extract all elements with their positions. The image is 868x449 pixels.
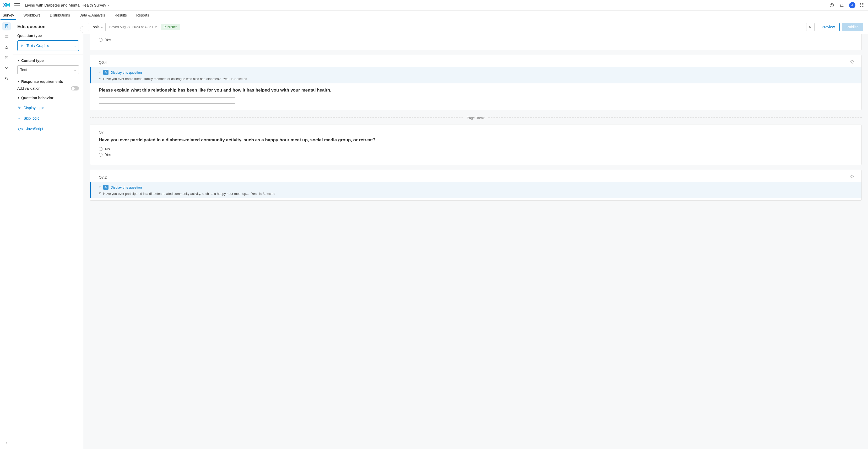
text-input-preview[interactable] xyxy=(99,97,235,103)
tab-label: Workflows xyxy=(24,13,40,17)
tab-data-analysis[interactable]: Data & Analysis xyxy=(80,10,105,20)
svg-rect-3 xyxy=(5,35,8,36)
toolbar-right: Preview Publish xyxy=(806,23,863,31)
search-icon xyxy=(808,25,812,29)
rail-look-feel-icon[interactable] xyxy=(2,43,11,51)
project-title-dropdown[interactable]: Living with Diabetes and Mental Health S… xyxy=(25,3,109,7)
content-type-section-toggle[interactable]: ▼ Content type xyxy=(17,59,79,63)
svg-rect-4 xyxy=(5,37,8,38)
option-label: No xyxy=(105,147,110,151)
display-logic-toggle[interactable]: ▼ Display this question xyxy=(99,70,858,75)
published-badge: Published xyxy=(161,24,180,30)
top-header: XM Living with Diabetes and Mental Healt… xyxy=(0,0,868,10)
behavior-link-label: Display logic xyxy=(24,106,44,110)
code-icon: </> xyxy=(17,127,23,131)
question-behavior-section-toggle[interactable]: ▼ Question behavior xyxy=(17,96,79,100)
question-type-label: Question type xyxy=(17,34,79,38)
question-block-q7[interactable]: Q7 Have you ever participated in a diabe… xyxy=(90,125,862,165)
tab-label: Distributions xyxy=(50,13,70,17)
preview-label: Preview xyxy=(822,25,835,29)
logic-condition: If Have you ever participated in a diabe… xyxy=(99,190,858,196)
add-validation-row: Add validation xyxy=(17,86,79,90)
caret-down-icon: ▼ xyxy=(99,71,101,74)
help-icon[interactable] xyxy=(829,3,834,8)
skip-logic-link[interactable]: Skip logic xyxy=(17,113,79,123)
cond-answer: Yes xyxy=(223,77,228,81)
caret-down-icon: ▼ xyxy=(17,59,20,62)
cond-answer: Yes xyxy=(251,192,256,196)
publish-button[interactable]: Publish xyxy=(842,23,863,31)
menu-icon[interactable] xyxy=(14,3,20,7)
question-number: Q6.4 xyxy=(99,60,852,64)
tab-reports[interactable]: Reports xyxy=(136,10,149,20)
rail-expand-icon[interactable] xyxy=(5,441,8,446)
tab-survey[interactable]: Survey xyxy=(3,10,14,20)
rail-survey-builder-icon[interactable] xyxy=(2,22,11,30)
rail-quotas-icon[interactable] xyxy=(2,64,11,72)
xm-logo[interactable]: XM xyxy=(3,2,10,8)
display-logic-badge-icon xyxy=(103,185,108,190)
apps-grid-icon[interactable] xyxy=(860,3,865,8)
add-validation-toggle[interactable] xyxy=(71,86,79,90)
radio-option[interactable]: Yes xyxy=(99,38,852,42)
caret-down-icon: ▼ xyxy=(99,186,101,188)
cond-if: If xyxy=(99,77,101,81)
project-title-text: Living with Diabetes and Mental Health S… xyxy=(25,3,106,7)
display-logic-link[interactable]: Display logic xyxy=(17,102,79,113)
project-tabs: Survey Workflows Distributions Data & An… xyxy=(0,10,868,20)
response-req-label: Response requirements xyxy=(21,80,63,84)
radio-option[interactable]: Yes xyxy=(99,153,852,157)
lightbulb-icon[interactable] xyxy=(850,60,855,65)
chevron-down-icon: ⌵ xyxy=(74,68,76,71)
content-type-select[interactable]: Text ⌵ xyxy=(17,65,79,74)
header-right: A xyxy=(829,2,865,8)
option-label: Yes xyxy=(105,38,111,42)
skip-logic-icon xyxy=(17,116,21,120)
canvas-toolbar: Tools ⌵ Saved Aug 27, 2023 at 4:35 PM Pu… xyxy=(83,20,868,34)
bell-icon[interactable] xyxy=(839,3,844,8)
question-number: Q7 xyxy=(99,130,852,134)
collapse-panel-icon[interactable]: ‹ xyxy=(80,26,83,32)
page-break-label: Page Break xyxy=(463,116,488,120)
divider xyxy=(13,55,83,55)
question-text[interactable]: Please explain what this relationship ha… xyxy=(99,87,852,94)
dashed-line xyxy=(90,118,463,118)
add-validation-label: Add validation xyxy=(17,86,40,90)
tools-dropdown[interactable]: Tools ⌵ xyxy=(88,23,105,31)
tab-distributions[interactable]: Distributions xyxy=(50,10,70,20)
avatar[interactable]: A xyxy=(849,2,856,8)
cond-text: Have you ever had a friend, family membe… xyxy=(103,77,220,81)
lightbulb-icon[interactable] xyxy=(850,175,855,180)
content-type-label: Content type xyxy=(21,59,44,63)
response-req-section-toggle[interactable]: ▼ Response requirements xyxy=(17,80,79,84)
survey-canvas: Tools ⌵ Saved Aug 27, 2023 at 4:35 PM Pu… xyxy=(83,20,868,449)
question-block-partial[interactable]: Yes xyxy=(90,34,862,50)
rail-flow-icon[interactable] xyxy=(2,32,11,41)
caret-down-icon: ▼ xyxy=(17,80,20,83)
preview-button[interactable]: Preview xyxy=(817,23,840,31)
content-type-value: Text xyxy=(20,68,27,72)
question-number: Q7.2 xyxy=(99,175,852,179)
chevron-down-icon: ▾ xyxy=(108,4,109,6)
svg-rect-5 xyxy=(5,56,8,59)
text-graphic-icon xyxy=(20,44,24,48)
tab-label: Results xyxy=(115,13,127,17)
question-block-q64[interactable]: Q6.4 ▼ Display this question If Have you… xyxy=(90,55,862,110)
display-logic-toggle[interactable]: ▼ Display this question xyxy=(99,185,858,190)
rail-options-icon[interactable] xyxy=(2,54,11,62)
canvas-scroll[interactable]: Yes Q6.4 ▼ Display this question xyxy=(83,34,868,449)
question-type-select[interactable]: Text / Graphic ⌵ xyxy=(17,40,79,51)
dashed-line xyxy=(488,118,862,118)
page-break[interactable]: Page Break xyxy=(90,116,862,120)
question-block-q72[interactable]: Q7.2 ▼ Display this question If Have you… xyxy=(90,170,862,201)
rail-translations-icon[interactable] xyxy=(2,74,11,83)
tab-results[interactable]: Results xyxy=(115,10,127,20)
javascript-link[interactable]: </> JavaScript xyxy=(17,123,79,134)
radio-icon xyxy=(99,38,102,42)
radio-option[interactable]: No xyxy=(99,147,852,151)
search-button[interactable] xyxy=(806,23,814,31)
main-wrap: ‹ Edit question Question type Text / Gra… xyxy=(0,20,868,449)
question-text[interactable]: Have you ever participated in a diabetes… xyxy=(99,137,852,144)
tab-workflows[interactable]: Workflows xyxy=(24,10,40,20)
tools-label: Tools xyxy=(91,25,100,29)
